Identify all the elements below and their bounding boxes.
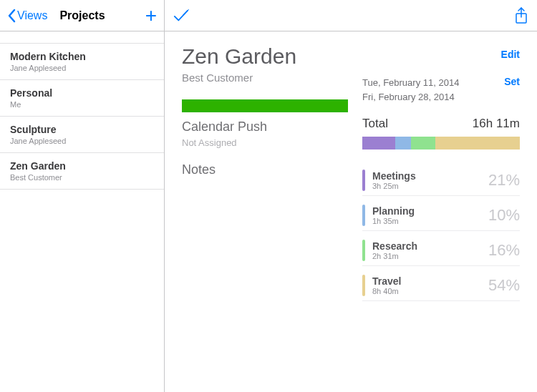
- chevron-left-icon: [7, 9, 16, 23]
- category-swatch: [362, 205, 365, 226]
- share-icon: [514, 7, 528, 24]
- category-swatch: [362, 275, 365, 296]
- stacked-seg-research: [411, 137, 436, 150]
- category-time: 2h 31m: [372, 252, 488, 260]
- category-swatch: [362, 240, 365, 261]
- detail-right-column: Edit Tue, February 11, 2014 Fri, Februar…: [362, 44, 520, 379]
- sidebar-nav: Views Projects +: [0, 0, 164, 31]
- calendar-heading: Calendar Push: [182, 119, 348, 134]
- svg-line-0: [183, 9, 189, 15]
- category-name: Research: [372, 240, 488, 252]
- list-item-title: Personal: [10, 87, 154, 99]
- list-item-subtitle: Jane Appleseed: [10, 137, 154, 145]
- category-percent: 21%: [488, 171, 520, 190]
- project-title: Zen Garden: [182, 44, 348, 69]
- list-item-subtitle: Me: [10, 100, 154, 109]
- add-button[interactable]: +: [145, 6, 157, 26]
- category-row[interactable]: Travel 8h 40m 54%: [362, 272, 520, 301]
- category-row[interactable]: Meetings 3h 25m 21%: [362, 167, 520, 196]
- category-list: Meetings 3h 25m 21% Planning 1h 35m 10%: [362, 167, 520, 301]
- back-button[interactable]: Views: [7, 9, 47, 23]
- list-item[interactable]: Sculpture Jane Appleseed: [0, 117, 164, 153]
- list-item[interactable]: Modern Kitchen Jane Appleseed: [0, 43, 164, 80]
- list-item-title: Sculpture: [10, 124, 154, 135]
- category-time: 8h 40m: [372, 287, 488, 295]
- list-item-title: Zen Garden: [10, 160, 154, 172]
- sidebar: Views Projects + Modern Kitchen Jane App…: [0, 0, 165, 392]
- list-item[interactable]: Zen Garden Best Customer: [0, 153, 164, 190]
- category-name: Travel: [372, 275, 488, 287]
- back-label: Views: [17, 9, 47, 22]
- project-list: Modern Kitchen Jane Appleseed Personal M…: [0, 31, 164, 392]
- progress-bar: [182, 99, 348, 112]
- detail-left-column: Zen Garden Best Customer Calendar Push N…: [182, 44, 348, 379]
- edit-button[interactable]: Edit: [501, 44, 520, 60]
- category-swatch: [362, 170, 365, 191]
- main-panel: Zen Garden Best Customer Calendar Push N…: [165, 0, 537, 392]
- date-start: Tue, February 11, 2014: [362, 76, 459, 90]
- date-range: Tue, February 11, 2014 Fri, February 28,…: [362, 76, 459, 104]
- category-percent: 16%: [488, 241, 520, 260]
- detail-content: Zen Garden Best Customer Calendar Push N…: [165, 31, 537, 392]
- date-end: Fri, February 28, 2014: [362, 90, 459, 104]
- category-time: 3h 25m: [372, 182, 488, 190]
- checkmark-button[interactable]: [173, 8, 189, 24]
- total-label: Total: [362, 117, 388, 131]
- total-value: 16h 11m: [473, 117, 520, 131]
- main-toolbar: [165, 0, 537, 31]
- list-item-title: Modern Kitchen: [10, 51, 154, 62]
- stacked-bar: [362, 137, 520, 150]
- stacked-seg-travel: [435, 137, 520, 150]
- list-item-subtitle: Jane Appleseed: [10, 64, 154, 72]
- calendar-status: Not Assigned: [182, 137, 348, 148]
- category-row[interactable]: Planning 1h 35m 10%: [362, 202, 520, 231]
- category-percent: 10%: [488, 206, 520, 225]
- project-client: Best Customer: [182, 72, 348, 84]
- checkmark-icon: [173, 8, 189, 24]
- category-name: Planning: [372, 205, 488, 217]
- category-name: Meetings: [372, 170, 488, 182]
- stacked-seg-meetings: [362, 137, 395, 150]
- notes-heading: Notes: [182, 162, 348, 177]
- set-button[interactable]: Set: [504, 76, 520, 87]
- list-item-subtitle: Best Customer: [10, 173, 154, 182]
- share-button[interactable]: [514, 7, 528, 24]
- category-percent: 54%: [488, 276, 520, 295]
- category-row[interactable]: Research 2h 31m 16%: [362, 237, 520, 266]
- category-time: 1h 35m: [372, 217, 488, 225]
- stacked-seg-planning: [395, 137, 411, 150]
- list-item[interactable]: Personal Me: [0, 80, 164, 117]
